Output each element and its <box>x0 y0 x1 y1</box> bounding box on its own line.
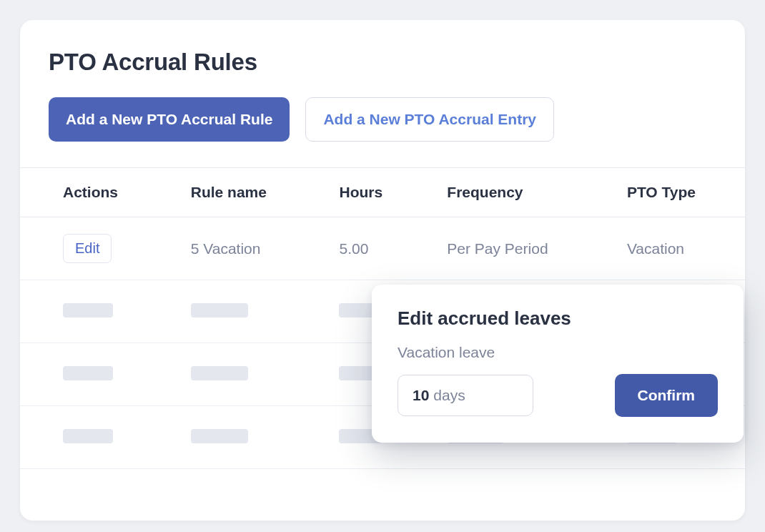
popover-field-label: Vacation leave <box>398 344 718 361</box>
days-input[interactable]: 10 days <box>398 375 533 416</box>
skeleton-cell <box>63 429 113 443</box>
confirm-button[interactable]: Confirm <box>615 374 719 417</box>
skeleton-cell <box>63 366 113 380</box>
table-header-row: Actions Rule name Hours Frequency PTO Ty… <box>20 168 745 217</box>
button-row: Add a New PTO Accrual Rule Add a New PTO… <box>20 97 745 167</box>
col-hours: Hours <box>317 168 425 217</box>
cell-hours: 5.00 <box>339 240 368 257</box>
days-input-unit: days <box>433 387 465 404</box>
col-pto-type: PTO Type <box>606 168 745 217</box>
popover-title: Edit accrued leaves <box>398 307 718 330</box>
pto-accrual-card: PTO Accrual Rules Add a New PTO Accrual … <box>20 20 745 521</box>
days-input-value: 10 <box>413 387 429 404</box>
edit-button[interactable]: Edit <box>63 234 112 263</box>
cell-pto-type: Vacation <box>627 240 684 257</box>
popover-row: 10 days Confirm <box>398 374 718 417</box>
col-frequency: Frequency <box>425 168 606 217</box>
add-entry-button[interactable]: Add a New PTO Accrual Entry <box>305 97 554 142</box>
skeleton-cell <box>191 429 248 443</box>
cell-frequency: Per Pay Period <box>447 240 548 257</box>
add-rule-button[interactable]: Add a New PTO Accrual Rule <box>49 97 290 142</box>
skeleton-cell <box>191 366 248 380</box>
table-row: Edit 5 Vacation 5.00 Per Pay Period Vaca… <box>20 217 745 280</box>
page-title: PTO Accrual Rules <box>49 49 716 76</box>
col-rule-name: Rule name <box>169 168 318 217</box>
col-actions: Actions <box>20 168 169 217</box>
edit-accrued-leaves-popover: Edit accrued leaves Vacation leave 10 da… <box>372 285 744 443</box>
skeleton-cell <box>191 303 248 317</box>
card-header: PTO Accrual Rules <box>20 20 745 97</box>
cell-rule-name: 5 Vacation <box>191 240 261 257</box>
skeleton-cell <box>63 303 113 317</box>
